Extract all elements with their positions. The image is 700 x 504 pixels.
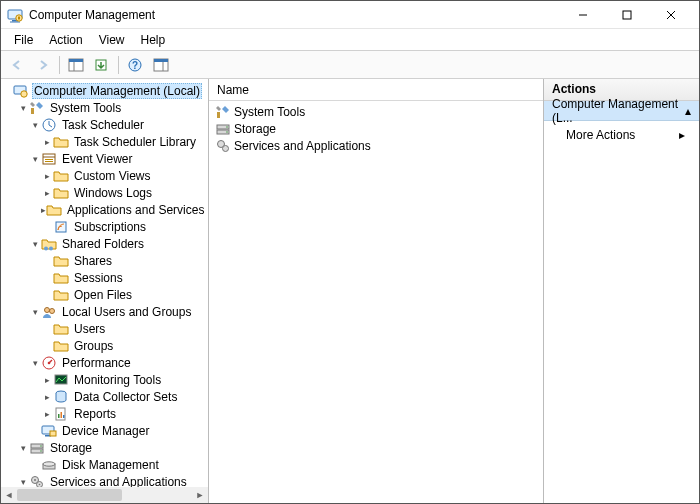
chevron-right-icon[interactable]: ▸ (41, 188, 53, 198)
close-button[interactable] (649, 1, 693, 29)
chevron-right-icon[interactable]: ▸ (41, 137, 53, 147)
menu-file[interactable]: File (7, 32, 40, 48)
more-actions-item[interactable]: More Actions ▸ (552, 125, 691, 145)
chevron-down-icon[interactable]: ▾ (29, 120, 41, 130)
svg-text:?: ? (132, 59, 138, 70)
tree-disk-management[interactable]: Disk Management (3, 456, 206, 473)
chevron-down-icon[interactable]: ▾ (29, 307, 41, 317)
monitoring-tools-icon (53, 372, 69, 388)
tree-label: Windows Logs (72, 186, 154, 200)
svg-point-49 (43, 461, 55, 465)
scroll-right-button[interactable]: ► (192, 487, 208, 503)
chevron-down-icon[interactable]: ▾ (17, 477, 29, 487)
svg-rect-39 (61, 412, 63, 418)
chevron-right-icon[interactable]: ▸ (41, 392, 53, 402)
services-apps-icon (215, 138, 231, 154)
storage-icon (215, 121, 231, 137)
tree-task-scheduler[interactable]: ▾ Task Scheduler (3, 116, 206, 133)
tree-label: Data Collector Sets (72, 390, 179, 404)
tree-local-users-groups[interactable]: ▾ Local Users and Groups (3, 303, 206, 320)
computer-management-icon (13, 83, 29, 99)
chevron-down-icon[interactable]: ▾ (29, 239, 41, 249)
tree-horizontal-scrollbar[interactable]: ◄ ► (1, 487, 208, 503)
performance-icon (41, 355, 57, 371)
tree-data-collector-sets[interactable]: ▸ Data Collector Sets (3, 388, 206, 405)
tree-label: Shares (72, 254, 114, 268)
data-collector-icon (53, 389, 69, 405)
scrollbar-thumb[interactable] (17, 489, 122, 501)
list-item[interactable]: Services and Applications (215, 137, 537, 154)
event-viewer-icon (41, 151, 57, 167)
chevron-down-icon[interactable]: ▾ (17, 103, 29, 113)
list-item[interactable]: System Tools (215, 103, 537, 120)
chevron-right-icon[interactable]: ▸ (41, 171, 53, 181)
svg-point-32 (50, 308, 55, 313)
console-tree[interactable]: Computer Management (Local) ▾ System Too… (1, 79, 209, 503)
tree-label: Open Files (72, 288, 134, 302)
tree-users[interactable]: Users (3, 320, 206, 337)
tree-label: Task Scheduler Library (72, 135, 198, 149)
maximize-button[interactable] (605, 1, 649, 29)
tree-system-tools[interactable]: ▾ System Tools (3, 99, 206, 116)
svg-rect-6 (623, 11, 631, 19)
menu-help[interactable]: Help (134, 32, 173, 48)
reports-icon (53, 406, 69, 422)
list-item-label: Services and Applications (234, 139, 371, 153)
menu-action[interactable]: Action (42, 32, 89, 48)
tree-label: Device Manager (60, 424, 151, 438)
tree-root-computer-management[interactable]: Computer Management (Local) (3, 82, 206, 99)
tree-label: Subscriptions (72, 220, 148, 234)
open-files-icon (53, 287, 69, 303)
back-button[interactable] (5, 54, 29, 76)
computer-management-window: Computer Management File Action View Hel… (0, 0, 700, 504)
chevron-down-icon[interactable]: ▾ (29, 154, 41, 164)
storage-icon (29, 440, 45, 456)
chevron-down-icon[interactable]: ▾ (17, 443, 29, 453)
tree-label: Sessions (72, 271, 125, 285)
tree-applications-services-logs[interactable]: ▸ Applications and Services Logs (3, 201, 206, 218)
clock-icon (41, 117, 57, 133)
list-item-label: Storage (234, 122, 276, 136)
tree-shares[interactable]: Shares (3, 252, 206, 269)
help-button[interactable]: ? (123, 54, 147, 76)
forward-button[interactable] (31, 54, 55, 76)
tree-open-files[interactable]: Open Files (3, 286, 206, 303)
scroll-left-button[interactable]: ◄ (1, 487, 17, 503)
tree-monitoring-tools[interactable]: ▸ Monitoring Tools (3, 371, 206, 388)
menu-view[interactable]: View (92, 32, 132, 48)
tree-event-viewer[interactable]: ▾ Event Viewer (3, 150, 206, 167)
actions-section-header[interactable]: Computer Management (L... ▴ (544, 101, 699, 121)
list-body[interactable]: System Tools Storage Services and Applic… (209, 101, 543, 503)
folder-icon (46, 202, 62, 218)
tree-subscriptions[interactable]: Subscriptions (3, 218, 206, 235)
tree-sessions[interactable]: Sessions (3, 269, 206, 286)
chevron-right-icon[interactable]: ▸ (41, 375, 53, 385)
column-header-label: Name (217, 83, 249, 97)
tree-storage[interactable]: ▾ Storage (3, 439, 206, 456)
tree-label: Task Scheduler (60, 118, 146, 132)
tree-shared-folders[interactable]: ▾ Shared Folders (3, 235, 206, 252)
tree-task-scheduler-library[interactable]: ▸ Task Scheduler Library (3, 133, 206, 150)
show-hide-tree-button[interactable] (64, 54, 88, 76)
list-item[interactable]: Storage (215, 120, 537, 137)
chevron-right-icon[interactable]: ▸ (41, 409, 53, 419)
svg-rect-38 (58, 414, 60, 418)
minimize-button[interactable] (561, 1, 605, 29)
tree-device-manager[interactable]: Device Manager (3, 422, 206, 439)
export-list-button[interactable] (90, 54, 114, 76)
tree-groups[interactable]: Groups (3, 337, 206, 354)
tree-label: System Tools (48, 101, 123, 115)
scrollbar-track[interactable] (17, 487, 192, 503)
toolbar-separator-2 (118, 56, 119, 74)
folder-icon (53, 134, 69, 150)
tree-custom-views[interactable]: ▸ Custom Views (3, 167, 206, 184)
chevron-down-icon[interactable]: ▾ (29, 358, 41, 368)
tree-reports[interactable]: ▸ Reports (3, 405, 206, 422)
column-header-name[interactable]: Name (209, 79, 543, 101)
folder-icon (53, 321, 69, 337)
tree-label: Shared Folders (60, 237, 146, 251)
collapse-icon: ▴ (685, 104, 691, 118)
tree-performance[interactable]: ▾ Performance (3, 354, 206, 371)
tree-windows-logs[interactable]: ▸ Windows Logs (3, 184, 206, 201)
show-actions-pane-button[interactable] (149, 54, 173, 76)
